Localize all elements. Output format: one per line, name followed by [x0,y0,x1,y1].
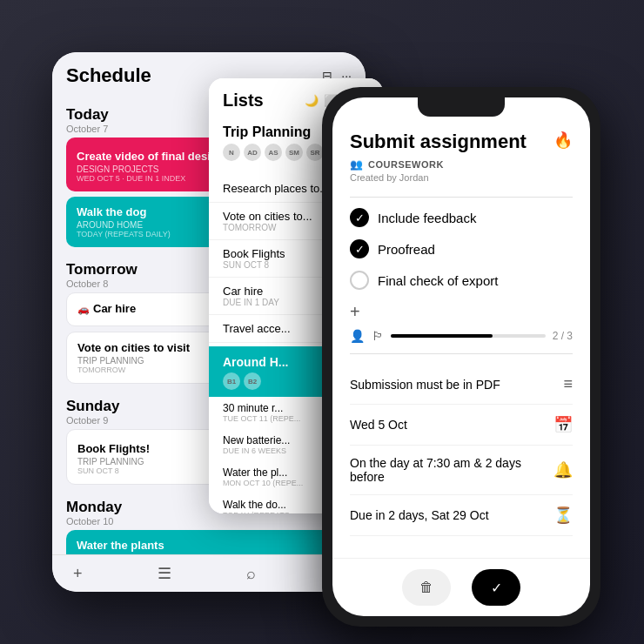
task-detail-title: Submit assignment [350,131,547,153]
calendar-icon: 📅 [553,415,573,434]
checklist-item-feedback[interactable]: ✓ Include feedback [350,208,573,227]
task-title: Create video of final design [77,150,225,163]
notes-icon: ≡ [563,375,573,393]
checkmark-icon: ✓ [355,243,365,256]
task-title: Car hire [93,302,136,315]
detail-text: Wed 5 Oct [350,418,407,432]
progress-count: 2 / 3 [553,330,573,342]
checkmark-icon: ✓ [355,211,365,225]
bell-icon: 🔔 [553,460,573,480]
task-creator: Created by Jordan [350,172,573,183]
avatar-sr: SR [306,144,324,161]
lists-title: Lists [223,91,264,111]
detail-row-due[interactable]: Due in 2 days, Sat 29 Oct ⏳ [350,495,573,536]
task-title: Water the plants [77,539,341,552]
delete-button[interactable]: 🗑 [402,569,451,606]
add-checklist-button[interactable]: + [350,302,573,322]
detail-text: Submission must be in PDF [350,378,500,392]
divider [350,197,573,198]
phone-content: Submit assignment 🔥 👥 COURSEWORK Created… [332,117,590,558]
detail-text: Due in 2 days, Sat 29 Oct [350,508,489,522]
detail-row-pdf[interactable]: Submission must be in PDF ≡ [350,365,573,405]
progress-bar [391,334,546,338]
phone-footer: 🗑 ✓ [332,558,590,616]
search-icon[interactable]: ⌕ [246,565,256,583]
task-meta: WED OCT 5 · DUE IN 1 INDEX [77,174,225,183]
task-title: Book Flights! [77,442,150,455]
task-category: COURSEWORK [368,159,444,170]
tablet-bottom-bar: + ☰ ⌕ ⊡ [52,554,366,592]
person-icon: 👤 [350,329,365,343]
task-subtitle: TRIP PLANNING [77,457,150,466]
checkbox-checked[interactable]: ✓ [350,208,369,227]
task-detail-meta: 👥 COURSEWORK [350,158,573,171]
section-monday-date: October 10 [66,516,352,527]
progress-bar-fill [391,334,493,338]
checkbox-unchecked[interactable] [350,271,369,290]
avatar-ad: AD [244,144,261,161]
flag-icon: 🏳 [372,329,384,343]
task-meta: SUN OCT 8 [77,466,150,475]
fire-icon: 🔥 [553,131,573,150]
checklist-label: Final check of export [378,273,498,288]
add-button[interactable]: + [73,565,83,583]
moon-icon[interactable]: 🌙 [305,94,319,107]
checklist-item-proofread[interactable]: ✓ Proofread [350,239,573,258]
avatar-as: AS [265,144,282,161]
category-icon: 👥 [350,158,363,171]
checklist-label: Proofread [378,242,435,257]
detail-row-date[interactable]: Wed 5 Oct 📅 [350,405,573,446]
around-avatar: B2 [244,372,261,390]
detail-text: On the day at 7:30 am & 2 days before [350,456,553,484]
phone-screen: Submit assignment 🔥 👥 COURSEWORK Created… [332,97,590,616]
phone-notch [418,97,505,117]
confirm-button[interactable]: ✓ [472,569,520,606]
detail-row-reminder[interactable]: On the day at 7:30 am & 2 days before 🔔 [350,446,573,495]
checklist-item-export[interactable]: Final check of export [350,271,573,290]
task-subtitle: DESIGN PROJECTS [77,164,225,174]
hourglass-icon: ⏳ [553,506,573,525]
divider [350,353,573,354]
checklist-label: Include feedback [378,211,476,225]
task-water-plants[interactable]: Water the plants AROUND HOME MON OCT 10 … [66,530,352,554]
list-icon[interactable]: ☰ [158,564,171,583]
progress-row: 👤 🏳 2 / 3 [350,329,573,343]
around-avatar: B1 [223,372,240,390]
car-icon: 🚗 [77,304,90,315]
tablet-title: Schedule [66,64,151,87]
avatar-sm: SM [285,144,303,161]
avatar-n: N [223,144,240,161]
task-detail-header: Submit assignment 🔥 [350,131,573,153]
phone-device: Submit assignment 🔥 👥 COURSEWORK Created… [322,87,600,627]
checkbox-checked[interactable]: ✓ [350,239,369,258]
